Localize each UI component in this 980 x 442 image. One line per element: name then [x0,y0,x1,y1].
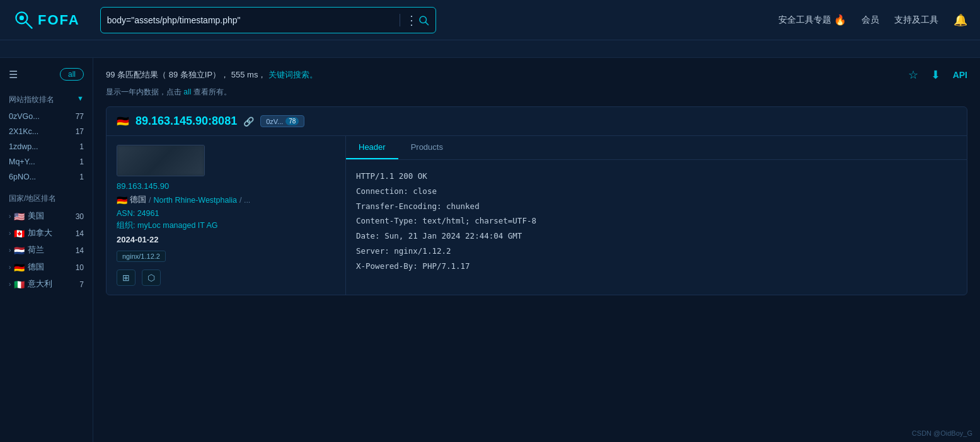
country-items: ›🇺🇸美国30›🇨🇦加拿大14›🇳🇱荷兰14›🇩🇪德国10›🇮🇹意大利7 [0,208,93,293]
results-count: 99 [106,70,115,79]
header-line-1: HTTP/1.1 200 OK [356,169,957,184]
card-body: 89.163.145.90 🇩🇪 德国 / North Rhine-Westph… [107,136,967,295]
card-action-icons: ⊞ ⬡ [117,269,335,286]
card-icon-2[interactable]: ⬡ [142,269,161,286]
header-line-7: X-Powered-By: PHP/7.1.17 [356,259,957,274]
asn-link[interactable]: 24961 [137,209,159,218]
unique-ip-count: 89 [169,70,178,79]
lock-icon: 🔗 [243,116,254,127]
search-divider [400,14,400,26]
card-location: 🇩🇪 德国 / North Rhine-Westphalia / ... [117,195,335,205]
support-tools-link[interactable]: 支持及工具 [894,14,938,26]
location-region-link[interactable]: North Rhine-Westphalia [153,196,236,205]
location-flag-icon: 🇩🇪 [117,195,127,205]
country-section-title: 国家/地区排名 [0,184,93,208]
card-asn: ASN: 24961 [117,209,335,218]
tag-label: 0zV... [266,118,283,125]
api-button[interactable]: API [953,70,967,80]
svg-point-1 [20,15,24,20]
tag-count: 78 [285,117,299,125]
header-line-5: Date: Sun, 21 Jan 2024 22:44:04 GMT [356,229,957,244]
fingerprint-items: 0zVGo...772X1Kc...171zdwp...1Mq+Y...16pN… [0,109,93,184]
watermark: CSDN @OidBoy_G [912,429,972,437]
secondary-bar [0,40,980,58]
svg-line-4 [425,22,428,25]
card-org: 组织: myLoc managed IT AG [117,220,335,231]
host-flag-icon: 🇩🇪 [117,115,129,127]
notification-bell-icon[interactable]: 🔔 [954,13,967,27]
all-filter-badge[interactable]: all [60,68,84,81]
tabs: Header Products [346,136,967,160]
card-ip-link[interactable]: 89.163.145.90 [117,181,335,191]
sub-info: 显示一年内数据，点击 all 查看所有。 [106,87,967,98]
logo-text: FOFA [38,12,80,28]
download-button[interactable]: ⬇ [931,68,940,82]
filter-icon[interactable]: ☰ [9,69,18,81]
fingerprint-item-4[interactable]: 6pNO...1 [0,169,93,184]
sidebar: ☰ all 网站指纹排名 ▼ 0zVGo...772X1Kc...171zdwp… [0,58,93,442]
country-item-1[interactable]: ›🇨🇦加拿大14 [0,225,93,242]
results-header: 99 条匹配结果（ 89 条独立IP）， 555 ms， 关键词搜索。 ☆ ⬇ … [106,68,967,82]
card-screenshot [117,145,205,176]
card-icon-1[interactable]: ⊞ [117,269,135,286]
search-bar: ⋮ [100,7,436,33]
time-ms: 555 [231,70,245,79]
search-input[interactable] [107,15,395,25]
search-submit-button[interactable] [418,14,429,26]
tab-header[interactable]: Header [346,136,398,159]
country-item-4[interactable]: ›🇮🇹意大利7 [0,276,93,293]
tag-badge[interactable]: 0zV... 78 [260,115,304,127]
nav-links: 安全工具专题 🔥 会员 支持及工具 🔔 [778,13,967,27]
all-link[interactable]: all [183,88,191,96]
fingerprint-item-2[interactable]: 1zdwp...1 [0,139,93,154]
logo[interactable]: FOFA [13,9,80,31]
results-info: 99 条匹配结果（ 89 条独立IP）， 555 ms， 关键词搜索。 [106,69,318,82]
membership-link[interactable]: 会员 [862,14,879,26]
tab-content-header: HTTP/1.1 200 OK Connection: close Transf… [346,160,967,282]
tab-products[interactable]: Products [398,136,456,159]
nginx-tag[interactable]: nginx/1.12.2 [117,251,166,262]
fingerprint-item-0[interactable]: 0zVGo...77 [0,109,93,124]
header-line-2: Connection: close [356,184,957,199]
security-tools-link[interactable]: 安全工具专题 🔥 [778,14,846,26]
search-options-button[interactable]: ⋮ [405,13,418,28]
main-layout: ☰ all 网站指纹排名 ▼ 0zVGo...772X1Kc...171zdwp… [0,58,980,442]
content-area: 99 条匹配结果（ 89 条独立IP）， 555 ms， 关键词搜索。 ☆ ⬇ … [93,58,980,442]
country-item-2[interactable]: ›🇳🇱荷兰14 [0,242,93,259]
card-header: 🇩🇪 89.163.145.90:8081 🔗 0zV... 78 [107,107,967,136]
fingerprint-item-1[interactable]: 2X1Kc...17 [0,124,93,139]
card-left: 89.163.145.90 🇩🇪 德国 / North Rhine-Westph… [107,136,346,295]
fingerprint-section-title: 网站指纹排名 ▼ [0,88,93,109]
location-country: 德国 [130,195,146,205]
card-date: 2024-01-22 [117,235,335,244]
country-item-3[interactable]: ›🇩🇪德国10 [0,259,93,276]
fingerprint-item-3[interactable]: Mq+Y...1 [0,154,93,169]
screenshot-blur [117,145,204,176]
result-card: 🇩🇪 89.163.145.90:8081 🔗 0zV... 78 89.163… [106,106,967,295]
location-more: / ... [239,196,250,205]
svg-line-2 [26,21,32,28]
results-actions: ☆ ⬇ API [908,68,967,82]
country-item-0[interactable]: ›🇺🇸美国30 [0,208,93,225]
host-ip-link[interactable]: 89.163.145.90:8081 [135,115,237,128]
keyword-search-link[interactable]: 关键词搜索。 [268,70,318,79]
header-line-6: Server: nginx/1.12.2 [356,244,957,259]
card-right: Header Products HTTP/1.1 200 OK Connecti… [346,136,967,295]
header-line-3: Transfer-Encoding: chunked [356,199,957,214]
fire-icon: 🔥 [834,14,846,26]
filter-header: ☰ all [0,68,93,88]
header-line-4: Content-Type: text/html; charset=UTF-8 [356,213,957,229]
fingerprint-filter-icon[interactable]: ▼ [77,94,84,102]
star-button[interactable]: ☆ [908,68,918,82]
top-navigation: FOFA ⋮ 安全工具专题 🔥 会员 支持及工具 🔔 [0,0,980,40]
org-link[interactable]: myLoc managed IT AG [137,221,218,230]
